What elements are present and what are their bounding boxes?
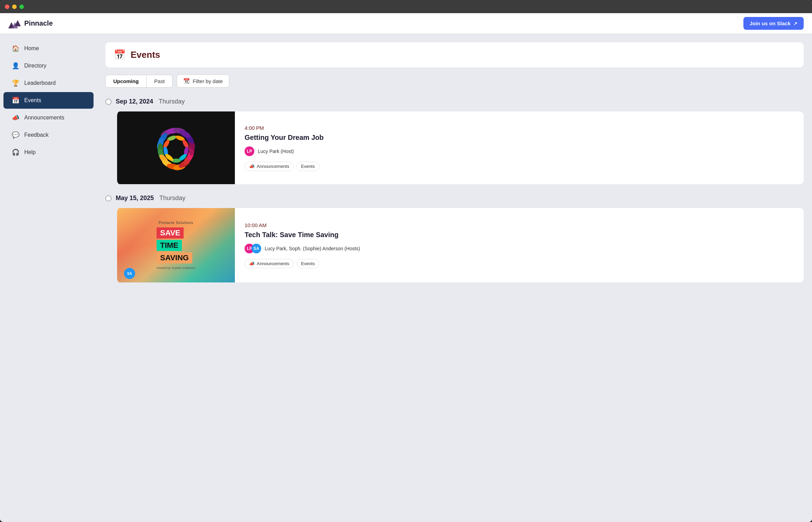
event-tag-announcements-1[interactable]: 📣 Announcements (245, 162, 294, 171)
save-line-2: TIME (157, 240, 195, 251)
event-title-2: Tech Talk: Save Time Saving (245, 231, 794, 239)
sidebar-label-events: Events (24, 97, 41, 104)
close-button[interactable] (5, 4, 9, 9)
logo-svg (8, 19, 21, 28)
event-tag-announcements-2[interactable]: 📣 Announcements (245, 259, 294, 268)
save-time-text: Pinnacle Solutions SAVE TIME SAVING (157, 221, 195, 270)
home-icon: 🏠 (12, 45, 19, 52)
sidebar-label-directory: Directory (24, 63, 46, 69)
join-slack-button[interactable]: Join us on Slack ↗ (743, 17, 804, 30)
calendar-filter-icon: 📆 (183, 78, 190, 84)
date-radio-1[interactable] (105, 99, 112, 105)
host-avatars-2: LP SA (245, 244, 261, 253)
filter-bar: Upcoming Past 📆 Filter by date (105, 74, 804, 88)
event-tags-1: 📣 Announcements Events (245, 162, 794, 171)
event-time-1: 4:00 PM (245, 125, 794, 131)
app-header: Pinnacle Join us on Slack ↗ (0, 13, 812, 34)
sidebar: 🏠 Home 👤 Directory 🏆 Leaderboard 📅 Event… (0, 34, 97, 522)
tab-past[interactable]: Past (147, 75, 172, 87)
leaderboard-icon: 🏆 (12, 79, 19, 87)
page-title: Events (131, 50, 160, 60)
logo: Pinnacle (8, 19, 53, 28)
save-badge-orange: SAVING (157, 252, 192, 263)
sidebar-item-leaderboard[interactable]: 🏆 Leaderboard (3, 75, 94, 91)
event-title-1: Getting Your Dream Job (245, 134, 794, 142)
maximize-button[interactable] (19, 4, 24, 9)
date-section-2: May 15, 2025 Thursday Pinnacle Solutions… (105, 191, 804, 282)
date-day-2: Thursday (159, 195, 185, 202)
save-line-1: SAVE (157, 227, 195, 238)
sidebar-label-home: Home (24, 45, 39, 52)
host-name-1: Lucy Park (Host) (258, 148, 294, 154)
directory-icon: 👤 (12, 62, 19, 70)
save-line-3: SAVING (157, 252, 195, 263)
save-badge-teal: TIME (157, 240, 182, 251)
sidebar-item-announcements[interactable]: 📣 Announcements (3, 109, 94, 126)
hosted-by-label: Hosted by Sophie Anderson (157, 266, 195, 270)
company-label: Pinnacle Solutions (157, 221, 195, 225)
sidebar-label-leaderboard: Leaderboard (24, 80, 56, 86)
event-image-2: Pinnacle Solutions SAVE TIME SAVING (117, 208, 235, 282)
host-avatars-1: LP (245, 146, 254, 156)
event-details-1: 4:00 PM Getting Your Dream Job LP Lucy P… (235, 111, 804, 184)
bottom-avatar: SA (124, 268, 135, 279)
date-header-2: May 15, 2025 Thursday (105, 191, 804, 205)
help-icon: 🎧 (12, 148, 19, 156)
date-header-1: Sep 12, 2024 Thursday (105, 94, 804, 109)
event-host-1: LP Lucy Park (Host) (245, 146, 794, 156)
sidebar-item-events[interactable]: 📅 Events (3, 92, 94, 109)
sidebar-item-feedback[interactable]: 💬 Feedback (3, 127, 94, 143)
event-image-1 (117, 111, 235, 184)
sidebar-label-announcements: Announcements (24, 115, 64, 121)
slack-button-label: Join us on Slack (750, 20, 791, 26)
date-label-1: Sep 12, 2024 (116, 98, 153, 105)
event-tag-events-2[interactable]: Events (297, 259, 319, 268)
host-avatar-sa: SA (251, 244, 261, 253)
announcements-icon: 📣 (12, 114, 19, 122)
event-card-2[interactable]: Pinnacle Solutions SAVE TIME SAVING (116, 208, 804, 282)
event-tags-2: 📣 Announcements Events (245, 259, 794, 268)
event-card-1[interactable]: 4:00 PM Getting Your Dream Job LP Lucy P… (116, 111, 804, 184)
events-header-card: 📅 Events (105, 42, 804, 68)
tag-icon-2: 📣 (249, 261, 255, 266)
logo-icon (8, 19, 21, 28)
filter-date-label: Filter by date (193, 78, 223, 84)
logo-text: Pinnacle (24, 19, 53, 27)
tab-group: Upcoming Past (105, 75, 173, 88)
date-day-1: Thursday (159, 98, 185, 105)
tag-label-announcements-1: Announcements (257, 164, 289, 169)
sidebar-item-home[interactable]: 🏠 Home (3, 40, 94, 57)
event-details-2: 10:00 AM Tech Talk: Save Time Saving LP … (235, 208, 804, 282)
svg-marker-2 (15, 20, 21, 26)
tab-upcoming[interactable]: Upcoming (106, 75, 147, 87)
tag-label-events-2: Events (301, 261, 315, 266)
heart-art-svg (127, 113, 224, 182)
date-label-2: May 15, 2025 (116, 195, 154, 202)
event-host-2: LP SA Lucy Park, Soph. (Sophie) Anderson… (245, 244, 794, 253)
save-badge-red: SAVE (157, 227, 184, 238)
sidebar-label-help: Help (24, 149, 36, 155)
events-icon: 📅 (12, 97, 19, 104)
sidebar-label-feedback: Feedback (24, 132, 48, 138)
events-page-icon: 📅 (114, 49, 126, 61)
tag-label-announcements-2: Announcements (257, 261, 289, 266)
date-section-1: Sep 12, 2024 Thursday (105, 94, 804, 184)
main-content: 📅 Events Upcoming Past 📆 Filter by date (97, 34, 812, 522)
feedback-icon: 💬 (12, 131, 19, 139)
filter-date-button[interactable]: 📆 Filter by date (177, 74, 229, 88)
external-link-icon: ↗ (793, 21, 797, 26)
tag-label-events-1: Events (301, 164, 315, 169)
bottom-avatar-area: SA (124, 268, 135, 279)
titlebar (0, 0, 812, 13)
host-avatar-lp: LP (245, 146, 254, 156)
date-radio-2[interactable] (105, 195, 112, 201)
minimize-button[interactable] (12, 4, 17, 9)
sidebar-item-directory[interactable]: 👤 Directory (3, 57, 94, 74)
tag-icon-1: 📣 (249, 164, 255, 169)
svg-rect-3 (127, 113, 224, 182)
host-name-2: Lucy Park, Soph. (Sophie) Anderson (Host… (265, 246, 360, 251)
event-time-2: 10:00 AM (245, 222, 794, 228)
event-tag-events-1[interactable]: Events (297, 162, 319, 171)
sidebar-item-help[interactable]: 🎧 Help (3, 144, 94, 161)
